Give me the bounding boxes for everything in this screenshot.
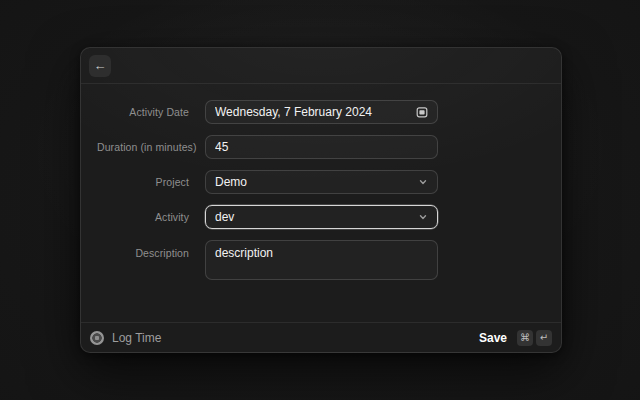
extension-icon bbox=[90, 331, 104, 345]
log-time-window: ← Activity Date Wednesday, 7 February 20… bbox=[80, 47, 562, 353]
return-key-icon: ↵ bbox=[536, 330, 552, 346]
action-bar: Log Time Save ⌘ ↵ bbox=[81, 322, 561, 352]
window-header: ← bbox=[81, 48, 561, 84]
activity-select[interactable]: dev bbox=[205, 205, 438, 229]
project-value: Demo bbox=[215, 175, 418, 189]
description-row: Description description bbox=[81, 240, 561, 280]
activity-date-input[interactable]: Wednesday, 7 February 2024 bbox=[205, 100, 438, 124]
activity-label: Activity bbox=[97, 211, 189, 223]
activity-value: dev bbox=[215, 210, 418, 224]
description-textarea[interactable]: description bbox=[205, 240, 438, 280]
project-row: Project Demo bbox=[81, 170, 561, 194]
command-key-icon: ⌘ bbox=[517, 330, 533, 346]
description-label: Description bbox=[97, 240, 189, 259]
duration-row: Duration (in minutes) 45 bbox=[81, 135, 561, 159]
duration-input[interactable]: 45 bbox=[205, 135, 438, 159]
description-value: description bbox=[215, 246, 428, 260]
save-action[interactable]: Save ⌘ ↵ bbox=[479, 330, 552, 346]
project-label: Project bbox=[97, 176, 189, 188]
chevron-down-icon bbox=[418, 177, 428, 187]
activity-date-label: Activity Date bbox=[97, 106, 189, 118]
activity-date-row: Activity Date Wednesday, 7 February 2024 bbox=[81, 100, 561, 124]
project-select[interactable]: Demo bbox=[205, 170, 438, 194]
activity-row: Activity dev bbox=[81, 205, 561, 229]
save-button[interactable]: Save bbox=[479, 331, 507, 345]
back-button[interactable]: ← bbox=[89, 55, 111, 77]
chevron-down-icon bbox=[418, 212, 428, 222]
back-arrow-icon: ← bbox=[94, 59, 107, 72]
duration-value: 45 bbox=[215, 140, 428, 154]
log-time-form: Activity Date Wednesday, 7 February 2024… bbox=[81, 84, 561, 322]
activity-date-value: Wednesday, 7 February 2024 bbox=[215, 105, 416, 119]
calendar-icon[interactable] bbox=[416, 106, 428, 118]
command-name: Log Time bbox=[112, 331, 161, 345]
duration-label: Duration (in minutes) bbox=[97, 141, 189, 153]
